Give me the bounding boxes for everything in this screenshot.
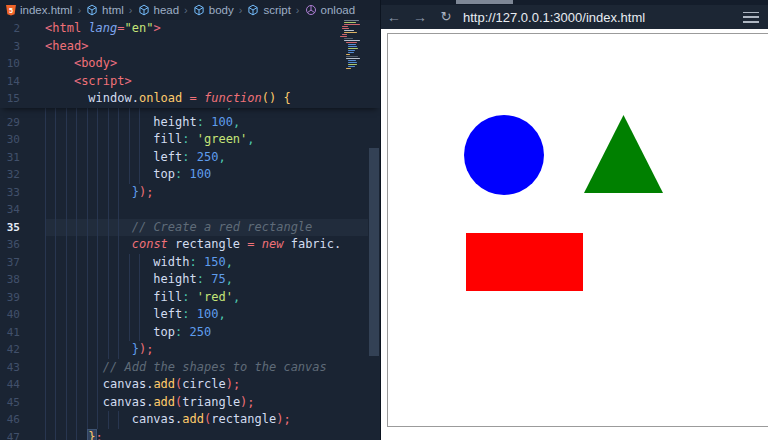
- minimap[interactable]: [340, 14, 366, 70]
- code-lines[interactable]: 28 width: 100,29 height: 100,30 fill: 'g…: [0, 108, 380, 440]
- sticky-scroll[interactable]: 2<html lang="en">3<head>10 <body>14 <scr…: [0, 20, 380, 108]
- line-number: 31: [0, 149, 20, 167]
- code-line[interactable]: 46 canvas.add(rectangle);: [0, 411, 380, 429]
- code-area[interactable]: 2<html lang="en">3<head>10 <body>14 <scr…: [0, 0, 380, 440]
- code-line[interactable]: 37 width: 150,: [0, 254, 380, 272]
- line-number: 46: [0, 411, 20, 429]
- line-number: 37: [0, 254, 20, 272]
- code-line[interactable]: 42 });: [0, 341, 380, 359]
- line-number: 29: [0, 114, 20, 132]
- code-line[interactable]: 31 left: 250,: [0, 149, 380, 167]
- breadcrumb: 5index.html›html›head›body›script›onload: [0, 0, 380, 20]
- html5-file-icon: 5: [6, 5, 16, 16]
- line-number: 45: [0, 394, 20, 412]
- code-line[interactable]: 38 height: 75,: [0, 271, 380, 289]
- code-line[interactable]: 35 // Create a red rectangle: [0, 219, 380, 237]
- line-number: 33: [0, 184, 20, 202]
- line-number: 44: [0, 376, 20, 394]
- line-number: 10: [0, 55, 20, 73]
- symbol-tag-icon: [138, 4, 150, 16]
- sticky-line[interactable]: 3<head>: [0, 38, 380, 56]
- menu-icon[interactable]: [743, 12, 759, 23]
- code-line[interactable]: 32 top: 100: [0, 166, 380, 184]
- sticky-line[interactable]: 2<html lang="en">: [0, 20, 380, 38]
- code-line[interactable]: 36 const rectangle = new fabric.Rect({: [0, 236, 380, 254]
- breadcrumb-item-onload[interactable]: onload: [305, 4, 356, 16]
- line-number: 42: [0, 341, 20, 359]
- symbol-tag-icon: [193, 4, 205, 16]
- red-rectangle[interactable]: [466, 233, 583, 291]
- code-line[interactable]: 29 height: 100,: [0, 114, 380, 132]
- forward-icon[interactable]: →: [407, 5, 433, 29]
- code-line[interactable]: 43 // Add the shapes to the canvas: [0, 359, 380, 377]
- browser-preview: ← → ↻ http://127.0.0.1:3000/index.html: [380, 0, 768, 440]
- code-line[interactable]: 47 };: [0, 429, 380, 440]
- sticky-line[interactable]: 10 <body>: [0, 55, 380, 73]
- line-number: 41: [0, 324, 20, 342]
- line-number: 38: [0, 271, 20, 289]
- line-number: 32: [0, 166, 20, 184]
- breadcrumb-item-head[interactable]: head: [138, 4, 180, 16]
- line-number: 30: [0, 131, 20, 149]
- browser-toolbar: ← → ↻ http://127.0.0.1:3000/index.html: [381, 5, 768, 29]
- line-number: 35: [0, 219, 20, 237]
- back-icon[interactable]: ←: [381, 5, 407, 29]
- editor-scrollbar[interactable]: [368, 0, 380, 440]
- code-line[interactable]: 45 canvas.add(triangle);: [0, 394, 380, 412]
- sticky-line[interactable]: 15 window.onload = function() {: [0, 90, 380, 108]
- line-number: 40: [0, 306, 20, 324]
- symbol-tag-icon: [247, 4, 259, 16]
- code-line[interactable]: 44 canvas.add(circle);: [0, 376, 380, 394]
- line-number: 34: [0, 201, 20, 219]
- rendered-page: [381, 29, 768, 440]
- editor-scrollbar-thumb[interactable]: [369, 148, 379, 356]
- url-bar[interactable]: http://127.0.0.1:3000/index.html: [459, 10, 737, 25]
- code-line[interactable]: 41 top: 250: [0, 324, 380, 342]
- line-number: 43: [0, 359, 20, 377]
- code-line[interactable]: 30 fill: 'green',: [0, 131, 380, 149]
- code-line[interactable]: 40 left: 100,: [0, 306, 380, 324]
- breadcrumb-item-html[interactable]: html: [86, 4, 124, 16]
- sticky-line[interactable]: 14 <script>: [0, 73, 380, 91]
- code-editor[interactable]: 5index.html›html›head›body›script›onload…: [0, 0, 380, 440]
- line-number: 39: [0, 289, 20, 307]
- code-line[interactable]: 34: [0, 201, 380, 219]
- browser-top-scrollbar-thumb[interactable]: [456, 0, 513, 4]
- symbol-event-icon: [305, 4, 317, 16]
- line-number: 3: [0, 38, 20, 56]
- reload-icon[interactable]: ↻: [433, 5, 459, 29]
- breadcrumb-item-body[interactable]: body: [193, 4, 234, 16]
- code-line[interactable]: 33 });: [0, 184, 380, 202]
- line-number: 36: [0, 236, 20, 254]
- line-number: 14: [0, 73, 20, 91]
- symbol-tag-icon: [86, 4, 98, 16]
- line-number: 2: [0, 20, 20, 38]
- breadcrumb-item-script[interactable]: script: [247, 4, 290, 16]
- line-number: 47: [0, 429, 20, 440]
- breadcrumb-item-index.html[interactable]: 5index.html: [6, 4, 72, 16]
- blue-circle[interactable]: [464, 115, 544, 195]
- line-number: 15: [0, 90, 20, 108]
- green-triangle[interactable]: [584, 115, 663, 193]
- fabric-canvas[interactable]: [387, 33, 768, 427]
- vscode-window: 5index.html›html›head›body›script›onload…: [0, 0, 768, 440]
- code-line[interactable]: 39 fill: 'red',: [0, 289, 380, 307]
